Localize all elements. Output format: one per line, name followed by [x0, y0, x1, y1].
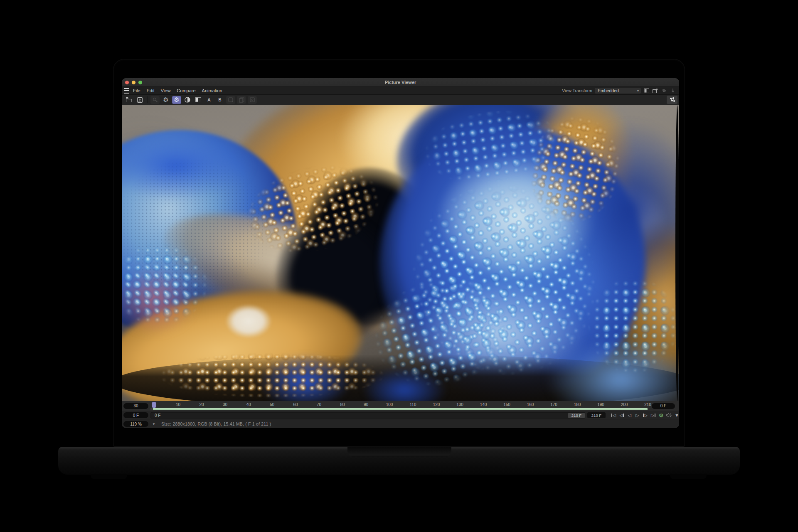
- tick-label-90: 90: [364, 402, 368, 407]
- filter-gear-button-active[interactable]: ⚙: [172, 96, 181, 104]
- pin-icon[interactable]: [670, 88, 676, 94]
- tick-label-50: 50: [270, 402, 274, 407]
- render-right-edge: [675, 105, 679, 401]
- range-slider[interactable]: 0 F 210 F: [150, 412, 585, 419]
- version-a-button[interactable]: A: [204, 96, 214, 104]
- view-transform-select[interactable]: Embedded ▾: [595, 88, 641, 94]
- menubar-right: View Transform Embedded ▾: [562, 88, 676, 94]
- tick-label-200: 200: [621, 402, 628, 407]
- contrast-button[interactable]: [183, 96, 192, 104]
- tick-label-80: 80: [340, 402, 345, 407]
- laptop-foot-left: [91, 474, 127, 479]
- view-transform-value: Embedded: [598, 88, 619, 93]
- tick-label-100: 100: [386, 402, 393, 407]
- current-frame-box[interactable]: 0 F: [652, 403, 675, 409]
- compare-ab-button[interactable]: [194, 96, 203, 104]
- menu-item-compare[interactable]: Compare: [177, 88, 195, 93]
- clone-button-disabled[interactable]: [248, 96, 257, 104]
- render-settings-gear-x-button[interactable]: ⚙✕: [161, 96, 170, 104]
- hamburger-menu-icon[interactable]: [124, 88, 129, 94]
- tick-label-30: 30: [223, 402, 227, 407]
- title-bar[interactable]: Picture Viewer: [122, 78, 679, 87]
- version-b-label: B: [217, 97, 223, 102]
- open-folder-button[interactable]: [124, 96, 133, 104]
- version-b-button[interactable]: B: [215, 96, 224, 104]
- render-bubbles: [126, 346, 417, 401]
- render-canvas[interactable]: [122, 105, 679, 401]
- tick-label-120: 120: [433, 402, 440, 407]
- tick-label-110: 110: [410, 402, 416, 407]
- window-title: Picture Viewer: [122, 80, 679, 85]
- playhead[interactable]: [152, 402, 156, 408]
- tick-label-20: 20: [199, 402, 204, 407]
- play-reverse-button[interactable]: ◁: [627, 413, 632, 418]
- loop-settings-icon[interactable]: ⚙: [658, 413, 664, 418]
- step-back-button[interactable]: ◁: [619, 413, 624, 418]
- save-button[interactable]: [135, 96, 144, 104]
- zoom-dropdown-icon[interactable]: ▼: [152, 422, 155, 426]
- zoom-level-field[interactable]: 119 %: [123, 421, 148, 427]
- status-bar: 119 % ▼ Size: 2880x1800, RGB (8 Bit), 15…: [122, 420, 679, 428]
- menu-item-view[interactable]: View: [161, 88, 171, 93]
- pan-hand-icon[interactable]: [661, 88, 667, 94]
- node-graph-button[interactable]: [667, 96, 677, 104]
- playback-more-dropdown[interactable]: ▼: [674, 413, 679, 418]
- playback-controls: ◁ ◁ ◁ ▷ ▷ ▷ ⚙ ▼: [611, 413, 679, 418]
- toolbar-separator: [147, 96, 148, 103]
- tick-label-210: 210: [644, 402, 651, 407]
- timeline-ruler-row: 30 1020304050607080901001101201301401501…: [122, 401, 679, 411]
- menu-bar: FileEditViewCompareAnimation View Transf…: [122, 87, 679, 95]
- play-forward-button[interactable]: ▷: [635, 413, 640, 418]
- step-forward-button[interactable]: ▷: [643, 413, 648, 418]
- cache-bar: [153, 408, 648, 410]
- split-view-icon[interactable]: [643, 88, 650, 94]
- toolbar-right: [667, 96, 677, 104]
- fps-field[interactable]: 30: [123, 403, 148, 409]
- tick-label-180: 180: [574, 402, 581, 407]
- range-start-field[interactable]: 0 F: [123, 412, 148, 418]
- copy-button-disabled[interactable]: [237, 96, 246, 104]
- laptop-lid-notch: [347, 447, 451, 457]
- view-transform-label: View Transform: [562, 88, 592, 93]
- detach-icon[interactable]: [652, 88, 658, 94]
- tick-label-70: 70: [317, 402, 321, 407]
- gear-x-icon: ⚙✕: [163, 97, 168, 103]
- picture-viewer-window: Picture Viewer FileEditViewCompareAnimat…: [122, 78, 679, 428]
- magnify-compare-button-disabled[interactable]: [150, 96, 160, 104]
- toolbar: ⚙✕ ⚙ A B: [122, 95, 679, 105]
- tick-label-170: 170: [550, 402, 557, 407]
- laptop-foot-right: [670, 474, 707, 479]
- range-start-label: 0 F: [155, 413, 160, 418]
- tick-label-150: 150: [503, 402, 510, 407]
- tick-label-10: 10: [176, 402, 180, 407]
- tick-label-140: 140: [480, 402, 487, 407]
- version-a-label: A: [206, 97, 212, 102]
- tick-label-190: 190: [597, 402, 604, 407]
- range-end-handle[interactable]: 210 F: [568, 413, 585, 418]
- menu-item-edit[interactable]: Edit: [147, 88, 155, 93]
- tick-label-40: 40: [246, 402, 251, 407]
- gear-icon: ⚙: [174, 97, 179, 103]
- tick-label-160: 160: [527, 402, 534, 407]
- menu-item-animation[interactable]: Animation: [202, 88, 222, 93]
- status-info-text: Size: 2880x1800, RGB (8 Bit), 15.41 MB, …: [161, 421, 271, 426]
- tick-label-130: 130: [456, 402, 463, 407]
- end-frame-field[interactable]: 210 F: [587, 412, 606, 418]
- jump-end-button[interactable]: ▷: [650, 413, 656, 418]
- laptop-base: [58, 447, 740, 475]
- audio-icon[interactable]: [666, 413, 672, 418]
- jump-start-button[interactable]: ◁: [611, 413, 616, 418]
- chevron-down-icon: ▾: [637, 89, 639, 93]
- timeline-ruler[interactable]: 1020304050607080901001101201301401501601…: [150, 401, 649, 411]
- tick-label-60: 60: [293, 402, 298, 407]
- timeline-range-row: 0 F 0 F 210 F 210 F ◁ ◁ ◁ ▷ ▷ ▷ ⚙ ▼: [122, 411, 679, 419]
- link-ab-button-disabled[interactable]: [226, 96, 235, 104]
- menu-item-file[interactable]: File: [133, 88, 140, 93]
- menu-items: FileEditViewCompareAnimation: [133, 88, 222, 93]
